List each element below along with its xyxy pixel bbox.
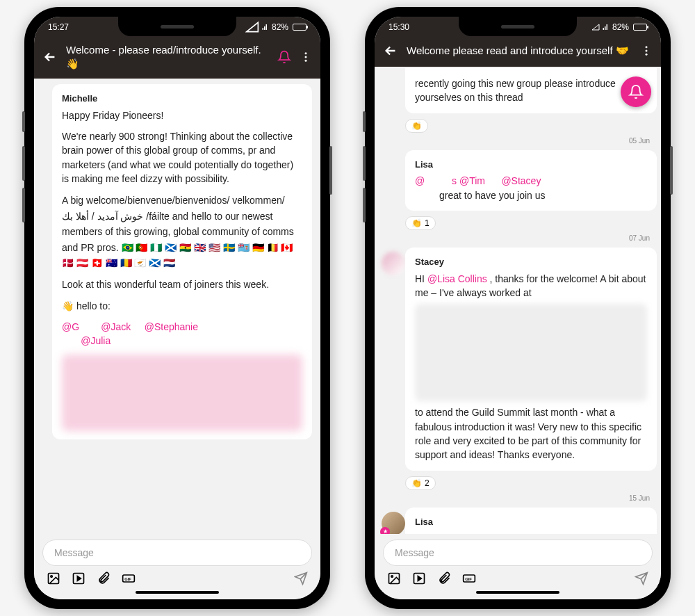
phone-side-button (363, 146, 366, 181)
message-sender: Stacey (415, 256, 647, 269)
notifications-fab[interactable] (621, 76, 651, 107)
message-text: A big welcome/bienvenue/bienvenidos/ vel… (62, 193, 302, 270)
message-sender: Lisa (415, 516, 647, 529)
image-icon[interactable] (387, 572, 401, 585)
reaction-count: 1 (425, 218, 430, 228)
message-card: Michelle Happy Friday Pioneers! We're ne… (52, 84, 312, 439)
attachment-icon[interactable] (97, 572, 111, 585)
message-text: recently going this new group please int… (415, 78, 616, 103)
phone-side-button (22, 188, 25, 222)
status-time: 15:27 (48, 22, 69, 32)
mention[interactable]: s (452, 175, 457, 186)
more-icon[interactable] (300, 51, 312, 63)
star-badge-icon: ★ (380, 527, 390, 534)
phone-side-button (363, 188, 366, 222)
svg-point-4 (51, 576, 53, 578)
back-icon[interactable] (383, 43, 398, 58)
mention[interactable]: @Lisa Collins (427, 273, 487, 284)
message-text: HI (415, 273, 427, 284)
message-card: recently going this new group please int… (405, 68, 657, 113)
reaction-chip[interactable]: 👏 2 (405, 476, 436, 490)
reaction-chip[interactable]: 👏 1 (405, 216, 436, 230)
message-text: 👋 hello to: (62, 299, 302, 313)
gif-icon[interactable]: GIF (122, 572, 136, 585)
phone-side-button (329, 146, 332, 195)
status-time: 15:30 (389, 22, 409, 32)
reaction-count: 2 (425, 478, 430, 488)
mention[interactable]: @​ (415, 175, 452, 186)
signal-icon (591, 23, 600, 31)
svg-point-9 (646, 50, 648, 52)
svg-point-8 (646, 46, 648, 48)
chat-header: Welcome - please read/introduce yourself… (34, 38, 320, 79)
placeholder-text: Message (54, 547, 94, 558)
message-text: We're nearly 900 strong! Thinking about … (62, 129, 302, 186)
mention[interactable]: @Julia (81, 335, 111, 346)
message-card: Lisa Great to have you here @Stacey (405, 508, 657, 534)
message-text: to attend the Guild Summit last month - … (415, 407, 641, 460)
gif-icon[interactable]: GIF (462, 572, 476, 585)
bell-icon[interactable] (277, 50, 291, 64)
redacted-block (415, 304, 647, 401)
message-text: Look at this wonderful team of joiners t… (62, 277, 302, 291)
svg-text:GIF: GIF (124, 577, 131, 581)
video-icon[interactable] (412, 572, 426, 585)
mention[interactable]: @Stacey (517, 533, 557, 535)
signal-icon (602, 23, 610, 31)
message-card: Stacey HI @Lisa Collins , thanks for the… (405, 248, 657, 471)
phone-notch (118, 17, 236, 36)
svg-point-12 (391, 576, 393, 578)
phone-side-button (22, 111, 25, 132)
message-input[interactable]: Message (383, 540, 653, 566)
more-icon[interactable] (640, 44, 653, 57)
home-indicator (136, 591, 219, 594)
back-icon[interactable] (42, 49, 58, 65)
message-card: Lisa @​ s @Tim @Stacey great to have you… (405, 150, 657, 211)
chat-title: Welcome - please read/introduce yourself… (66, 43, 269, 70)
phone-left: 15:27 82% Welcome - please read/introduc… (24, 7, 330, 609)
mention[interactable]: @Tim (459, 175, 485, 186)
chat-scroll[interactable]: recently going this new group please int… (375, 67, 661, 534)
svg-text:GIF: GIF (465, 577, 472, 581)
message-date: 15 Jun (379, 494, 650, 502)
composer: Message GIF (375, 534, 661, 599)
svg-point-0 (305, 52, 307, 54)
mentions-row: @G @Jack @Stephanie @Julia (62, 320, 302, 348)
phone-right: 15:30 82% Welcome please read and introd… (365, 7, 671, 609)
video-icon[interactable] (72, 572, 85, 585)
image-icon[interactable] (47, 572, 60, 585)
message-text: Great to have you here (415, 533, 517, 535)
mention[interactable] (415, 190, 436, 201)
battery-percent: 82% (612, 22, 629, 32)
phone-side-button (363, 111, 366, 132)
signal-icon (245, 20, 259, 34)
mention[interactable]: @Jack (101, 321, 131, 332)
mention[interactable]: @Stacey (501, 175, 541, 186)
redacted-block (62, 355, 302, 431)
home-indicator (476, 591, 559, 594)
reaction-chip[interactable]: 👏 (405, 119, 428, 133)
phone-side-button (22, 146, 25, 181)
attachment-icon[interactable] (437, 572, 451, 585)
phone-notch (459, 17, 577, 36)
message-date: 05 Jun (379, 137, 650, 145)
message-text: Happy Friday Pioneers! (62, 108, 302, 122)
message-sender: Lisa (415, 159, 647, 172)
chat-header: Welcome please read and introduce yourse… (375, 38, 661, 67)
message-sender: Michelle (62, 92, 302, 106)
mention[interactable]: @Stephanie (145, 321, 198, 332)
message-input[interactable]: Message (42, 540, 312, 566)
send-icon[interactable] (294, 572, 308, 585)
avatar[interactable]: ★ (382, 512, 405, 534)
battery-percent: 82% (272, 22, 288, 32)
avatar[interactable] (382, 252, 405, 275)
svg-point-10 (646, 54, 648, 56)
chat-scroll[interactable]: Michelle Happy Friday Pioneers! We're ne… (34, 79, 320, 534)
message-date: 07 Jun (379, 234, 650, 242)
placeholder-text: Message (395, 547, 434, 558)
composer: Message GIF (34, 534, 320, 599)
message-text: great to have you join us (436, 190, 545, 201)
mention[interactable]: @G (62, 321, 79, 332)
send-icon[interactable] (635, 572, 648, 585)
battery-icon (293, 24, 306, 31)
